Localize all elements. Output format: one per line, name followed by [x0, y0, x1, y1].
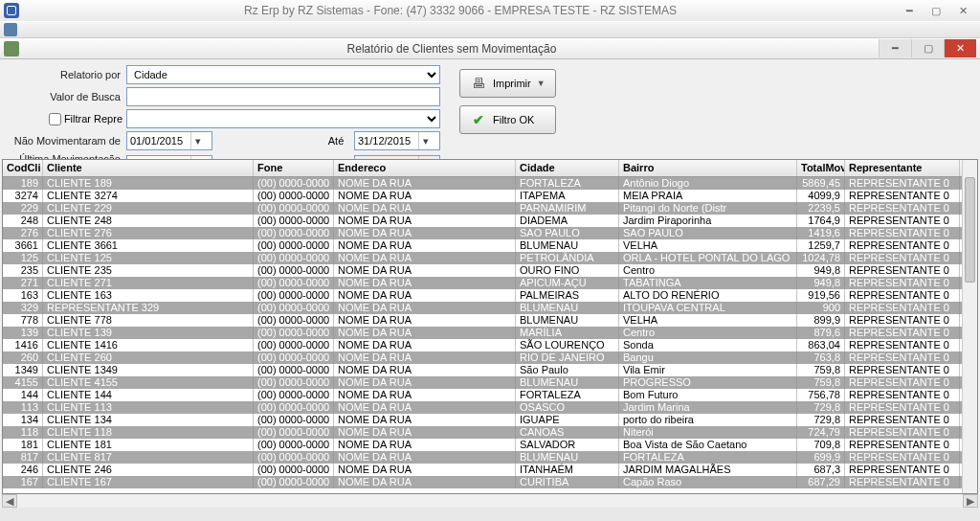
table-row[interactable]: 144CLIENTE 144(00) 0000-0000NOME DA RUAF…	[3, 389, 977, 401]
dropdown-caret-icon: ▼	[537, 79, 546, 88]
cell-cli: CLIENTE 229	[43, 202, 254, 215]
cell-cid: OURO FINO	[516, 264, 619, 277]
table-row[interactable]: 271CLIENTE 271(00) 0000-0000NOME DA RUAA…	[3, 277, 977, 289]
cell-cli: CLIENTE 125	[43, 252, 254, 264]
cell-bai: Capão Raso	[619, 476, 797, 488]
cell-bai: Sonda	[619, 339, 797, 351]
cell-fone: (00) 0000-0000	[254, 264, 334, 277]
table-row[interactable]: 260CLIENTE 260(00) 0000-0000NOME DA RUAR…	[3, 351, 977, 364]
sub-titlebar: Relatório de Clientes sem Movimentação ━…	[0, 38, 980, 59]
cell-end: NOME DA RUA	[334, 252, 516, 264]
col-fone[interactable]: Fone	[254, 160, 334, 176]
table-row[interactable]: 139CLIENTE 139(00) 0000-0000NOME DA RUAM…	[3, 327, 977, 339]
cell-cod: 260	[3, 351, 43, 364]
table-row[interactable]: 1416CLIENTE 1416(00) 0000-0000NOME DA RU…	[3, 339, 977, 351]
horizontal-scrollbar[interactable]: ◀ ▶	[2, 494, 978, 508]
cell-fone: (00) 0000-0000	[254, 351, 334, 364]
col-cliente[interactable]: Cliente	[43, 160, 254, 176]
cell-rep: REPRESENTANTE 0	[845, 215, 960, 227]
table-row[interactable]: 276CLIENTE 276(00) 0000-0000NOME DA RUAS…	[3, 227, 977, 239]
main-minimize-button[interactable]: ━	[896, 2, 923, 19]
cell-bai: ALTO DO RENÉRIO	[619, 289, 797, 302]
cell-cod: 1349	[3, 364, 43, 376]
cell-cod: 329	[3, 302, 43, 314]
cell-fone: (00) 0000-0000	[254, 376, 334, 389]
cell-cli: CLIENTE 139	[43, 327, 254, 339]
main-maximize-button[interactable]: ▢	[923, 2, 949, 19]
sub-maximize-button[interactable]: ▢	[911, 39, 944, 57]
grid-body[interactable]: 189CLIENTE 189(00) 0000-0000NOME DA RUAF…	[3, 177, 977, 493]
cell-bai: ITOUPAVA CENTRAL	[619, 302, 797, 314]
cell-bai: Pitangi do Norte (Distr	[619, 202, 797, 215]
table-row[interactable]: 778CLIENTE 778(00) 0000-0000NOME DA RUAB…	[3, 314, 977, 327]
cell-cid: BLUMENAU	[516, 451, 619, 464]
scroll-left-button[interactable]: ◀	[2, 494, 17, 508]
cell-end: NOME DA RUA	[334, 314, 516, 327]
table-row[interactable]: 163CLIENTE 163(00) 0000-0000NOME DA RUAP…	[3, 289, 977, 302]
table-row[interactable]: 235CLIENTE 235(00) 0000-0000NOME DA RUAO…	[3, 264, 977, 277]
table-row[interactable]: 3661CLIENTE 3661(00) 0000-0000NOME DA RU…	[3, 239, 977, 252]
cell-tot: 5869,45	[797, 177, 845, 190]
imprimir-button[interactable]: 🖶 Imprimir ▼	[459, 69, 556, 98]
table-row[interactable]: 817CLIENTE 817(00) 0000-0000NOME DA RUAB…	[3, 451, 977, 464]
cell-rep: REPRESENTANTE 0	[845, 401, 960, 414]
col-codcli[interactable]: CodCli	[3, 160, 43, 176]
table-row[interactable]: 229CLIENTE 229(00) 0000-0000NOME DA RUAP…	[3, 202, 977, 215]
cell-rep: REPRESENTANTE 0	[845, 202, 960, 215]
table-row[interactable]: 113CLIENTE 113(00) 0000-0000NOME DA RUAO…	[3, 401, 977, 414]
cell-cid: RIO DE JANEIRO	[516, 351, 619, 364]
col-representante[interactable]: Representante	[845, 160, 960, 176]
chevron-down-icon[interactable]: ▾	[190, 132, 204, 149]
cell-cli: CLIENTE 4155	[43, 376, 254, 389]
valor-busca-input[interactable]	[126, 87, 440, 106]
cell-cid: DIADEMA	[516, 215, 619, 227]
relatorio-por-select[interactable]: Cidade	[126, 65, 440, 84]
data-grid[interactable]: CodCli Cliente Fone Endereco Cidade Bair…	[2, 159, 978, 494]
sub-minimize-button[interactable]: ━	[879, 39, 911, 57]
table-row[interactable]: 134CLIENTE 134(00) 0000-0000NOME DA RUAI…	[3, 414, 977, 426]
table-row[interactable]: 246CLIENTE 246(00) 0000-0000NOME DA RUAI…	[3, 464, 977, 476]
sub-close-button[interactable]: ✕	[944, 39, 976, 57]
table-row[interactable]: 189CLIENTE 189(00) 0000-0000NOME DA RUAF…	[3, 177, 977, 190]
nao-mov-from-date[interactable]: ▾	[126, 131, 212, 150]
table-row[interactable]: 118CLIENTE 118(00) 0000-0000NOME DA RUAC…	[3, 426, 977, 439]
cell-cli: CLIENTE 113	[43, 401, 254, 414]
col-totalmov[interactable]: TotalMov	[797, 160, 845, 176]
filtrar-repre-select[interactable]	[126, 109, 440, 128]
cell-fone: (00) 0000-0000	[254, 464, 334, 476]
chevron-down-icon[interactable]: ▾	[418, 132, 432, 149]
cell-rep: REPRESENTANTE 0	[845, 277, 960, 289]
table-row[interactable]: 125CLIENTE 125(00) 0000-0000NOME DA RUAP…	[3, 252, 977, 264]
cell-cli: CLIENTE 189	[43, 177, 254, 190]
table-row[interactable]: 181CLIENTE 181(00) 0000-0000NOME DA RUAS…	[3, 439, 977, 451]
table-row[interactable]: 329REPRESENTANTE 329(00) 0000-0000NOME D…	[3, 302, 977, 314]
sub-window-icon	[4, 41, 19, 57]
filtrar-repre-checkbox[interactable]	[49, 113, 61, 125]
sub-title: Relatório de Clientes sem Movimentação	[25, 42, 879, 56]
col-endereco[interactable]: Endereco	[334, 160, 516, 176]
col-bairro[interactable]: Bairro	[619, 160, 797, 176]
col-cidade[interactable]: Cidade	[516, 160, 619, 176]
filtro-ok-button[interactable]: ✔ Filtro OK	[459, 105, 556, 134]
nao-mov-to-date[interactable]: ▾	[354, 131, 440, 150]
table-row[interactable]: 1349CLIENTE 1349(00) 0000-0000NOME DA RU…	[3, 364, 977, 376]
cell-bai: ORLA - HOTEL PONTAL DO LAGO	[619, 252, 797, 264]
table-row[interactable]: 167CLIENTE 167(00) 0000-0000NOME DA RUAC…	[3, 476, 977, 488]
table-row[interactable]: 4155CLIENTE 4155(00) 0000-0000NOME DA RU…	[3, 376, 977, 389]
hscroll-track[interactable]	[17, 494, 963, 508]
cell-bai: VELHA	[619, 239, 797, 252]
main-titlebar: Rz Erp by RZ Sistemas - Fone: (47) 3332 …	[0, 0, 980, 21]
cell-cod: 144	[3, 389, 43, 401]
cell-cid: ITANHAÉM	[516, 464, 619, 476]
cell-cid: PALMEIRAS	[516, 289, 619, 302]
scrollbar-thumb[interactable]	[965, 177, 975, 283]
vertical-scrollbar[interactable]	[962, 160, 977, 493]
scroll-right-button[interactable]: ▶	[963, 494, 978, 508]
main-close-button[interactable]: ✕	[949, 2, 976, 19]
cell-cod: 181	[3, 439, 43, 451]
table-row[interactable]: 248CLIENTE 248(00) 0000-0000NOME DA RUAD…	[3, 215, 977, 227]
cell-cid: OSASCO	[516, 401, 619, 414]
cell-tot: 863,04	[797, 339, 845, 351]
table-row[interactable]: 3274CLIENTE 3274(00) 0000-0000NOME DA RU…	[3, 190, 977, 202]
toolbar-icon[interactable]	[4, 23, 17, 36]
